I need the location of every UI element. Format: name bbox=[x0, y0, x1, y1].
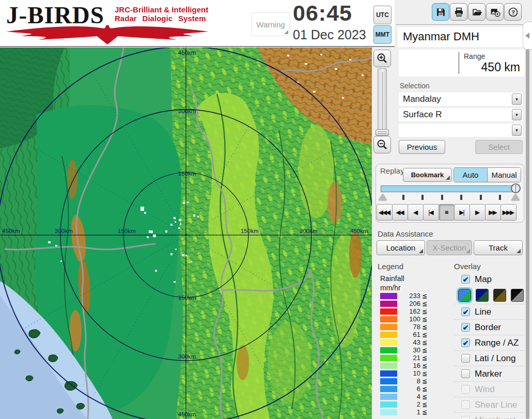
timezone-utc-button[interactable]: UTC bbox=[373, 6, 392, 24]
ring-label: 450km bbox=[2, 228, 20, 234]
map-checkbox[interactable]: ✔ bbox=[461, 275, 470, 284]
forward-button[interactable]: ▶▶ bbox=[485, 204, 501, 221]
rain-echo bbox=[182, 254, 184, 256]
help-button[interactable]: ? bbox=[504, 3, 522, 21]
warning-button[interactable]: Warning bbox=[251, 12, 290, 36]
rain-echo bbox=[191, 261, 192, 262]
x-section-button[interactable]: X-Section bbox=[427, 240, 472, 255]
zoom-slider-thumb[interactable] bbox=[375, 129, 389, 136]
chevron-down-icon[interactable]: ▼ bbox=[512, 109, 522, 120]
map-style-3[interactable] bbox=[493, 289, 506, 302]
previous-button[interactable]: Previous bbox=[399, 140, 445, 154]
legend-row: 61≦ bbox=[380, 331, 432, 338]
timeline-end-marker[interactable] bbox=[511, 194, 520, 200]
map-style-4[interactable] bbox=[511, 289, 524, 302]
legend-color-swatch bbox=[380, 308, 397, 315]
overlay-item-label: Map bbox=[475, 274, 492, 285]
wind-checkbox bbox=[461, 385, 470, 394]
stop-button[interactable]: ■ bbox=[439, 204, 455, 221]
overlay-item-range-az: ✔Range / AZ bbox=[454, 335, 525, 350]
step-back-button[interactable]: |◀ bbox=[423, 204, 439, 221]
rain-echo bbox=[185, 255, 187, 256]
playback-controls: ◀◀◀◀◀◀|◀■▶|▶▶▶▶▶▶ bbox=[377, 204, 516, 221]
print-icon bbox=[453, 7, 464, 18]
timeline-tick bbox=[480, 195, 482, 200]
play-reverse-button[interactable]: ◀ bbox=[408, 204, 424, 221]
panel-collapse-handle[interactable] bbox=[523, 22, 532, 50]
timeline-start-marker[interactable] bbox=[379, 194, 387, 200]
legend-row: 233≦ bbox=[380, 292, 432, 300]
step-forward-button[interactable]: ▶| bbox=[454, 204, 470, 221]
zoom-out-button[interactable] bbox=[373, 136, 391, 153]
product-dropdown[interactable]: Surface R ▼ bbox=[399, 108, 523, 121]
legend-color-swatch bbox=[380, 401, 397, 408]
manual-mode-button[interactable]: Manual bbox=[488, 168, 521, 182]
marker-checkbox[interactable] bbox=[461, 369, 470, 378]
shear-line-checkbox bbox=[461, 400, 470, 409]
extra-dropdown[interactable]: ▼ bbox=[399, 123, 523, 137]
legend-unit: mm/hr bbox=[380, 284, 401, 292]
fast-forward-button[interactable]: ▶▶▶ bbox=[500, 204, 517, 221]
chevron-down-icon[interactable]: ▼ bbox=[512, 125, 522, 136]
legend-operator: ≦ bbox=[422, 401, 427, 408]
legend-value: 162 bbox=[397, 307, 420, 315]
header-bar: J-BIRDS JRC-Brilliant & Intelligent Rada… bbox=[0, 0, 395, 47]
auto-mode-button[interactable]: Auto bbox=[454, 168, 488, 182]
radar-map[interactable]: 450km300km150km150km300km450km450km300km… bbox=[0, 48, 372, 419]
select-button[interactable]: Select bbox=[475, 140, 523, 154]
timeline-tick bbox=[499, 195, 501, 200]
track-button[interactable]: Track bbox=[474, 240, 523, 255]
legend-row: 43≦ bbox=[380, 338, 432, 346]
rain-echo bbox=[174, 217, 176, 219]
rain-echo bbox=[60, 260, 62, 262]
legend-operator: ≦ bbox=[422, 300, 427, 307]
add-image-button[interactable] bbox=[486, 3, 504, 21]
rain-echo bbox=[48, 241, 51, 243]
legend-operator: ≦ bbox=[422, 331, 427, 338]
legend-value: 6 bbox=[397, 385, 420, 393]
collapse-arrow-icon bbox=[525, 33, 529, 39]
chevron-down-icon[interactable]: ▼ bbox=[512, 94, 522, 105]
replay-timeline-slider[interactable] bbox=[381, 185, 519, 192]
border-checkbox[interactable]: ✔ bbox=[461, 323, 470, 332]
zoom-out-icon bbox=[376, 138, 388, 151]
legend-color-swatch bbox=[380, 324, 397, 330]
legend-color-swatch bbox=[380, 301, 397, 307]
overlay-item-label: Lati / Long bbox=[475, 353, 515, 364]
panel-scrollbar[interactable] bbox=[526, 49, 529, 419]
site-dropdown[interactable]: Mandalay ▼ bbox=[399, 92, 523, 106]
save-button[interactable] bbox=[432, 3, 449, 21]
rain-echo bbox=[170, 224, 173, 226]
play-button[interactable]: ▶ bbox=[470, 204, 486, 221]
rain-echo bbox=[187, 201, 189, 203]
svg-text:?: ? bbox=[511, 9, 514, 15]
legend-row: 16≦ bbox=[380, 362, 432, 369]
legend-row: 1≦ bbox=[380, 408, 432, 416]
timezone-mmt-button[interactable]: MMT bbox=[373, 25, 392, 44]
rewind-button[interactable]: ◀◀ bbox=[392, 204, 408, 221]
bookmark-button[interactable]: Bookmark bbox=[403, 168, 452, 182]
zoom-slider[interactable] bbox=[378, 68, 387, 135]
ring-label: 450km bbox=[178, 411, 196, 417]
location-button[interactable]: Location bbox=[377, 240, 425, 255]
rain-echo bbox=[178, 227, 180, 229]
ring-label: 300km bbox=[178, 353, 196, 360]
legend-operator: ≦ bbox=[422, 347, 427, 354]
lati-long-checkbox[interactable] bbox=[461, 354, 470, 363]
map-style-1[interactable] bbox=[458, 289, 471, 302]
rain-echo bbox=[193, 214, 195, 216]
clock-time: 06:45 bbox=[293, 1, 352, 26]
replay-slider-thumb[interactable] bbox=[511, 183, 521, 193]
app-logo-subtitle: JRC-Brilliant & Intelligent Radar Dialog… bbox=[115, 5, 208, 23]
open-folder-button[interactable] bbox=[468, 3, 486, 21]
legend-operator: ≦ bbox=[422, 292, 427, 300]
line-checkbox[interactable]: ✔ bbox=[461, 307, 470, 316]
legend-color-swatch bbox=[380, 332, 397, 338]
range-az-checkbox[interactable]: ✔ bbox=[461, 338, 470, 347]
rain-echo bbox=[55, 245, 57, 246]
map-style-2[interactable] bbox=[476, 289, 489, 302]
fast-rewind-button[interactable]: ◀◀◀ bbox=[377, 204, 393, 221]
legend-value: 4 bbox=[397, 393, 420, 400]
zoom-in-button[interactable] bbox=[373, 50, 391, 67]
print-button[interactable] bbox=[450, 3, 467, 21]
